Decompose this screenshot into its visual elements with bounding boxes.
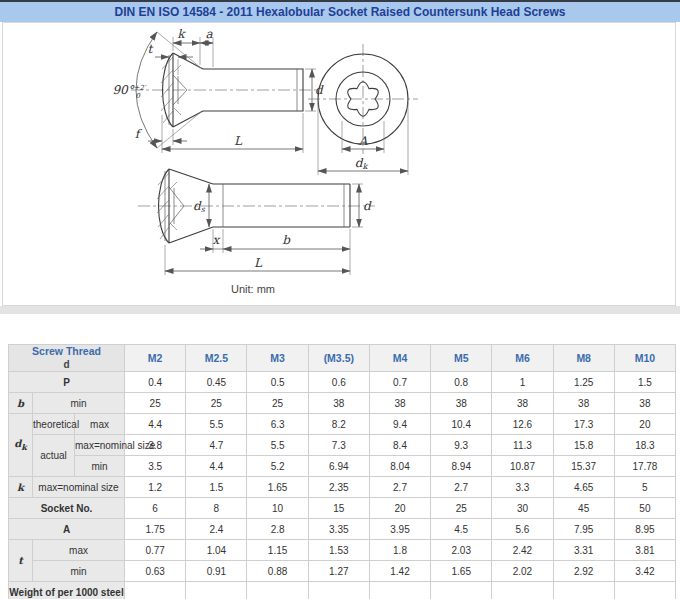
table-cell: 2.35 <box>308 477 369 498</box>
dim-label-f: f <box>135 127 143 141</box>
table-cell: 1.42 <box>369 561 430 582</box>
col-header-m3: M3 <box>247 345 308 372</box>
table-row-dk-theoretical-max: dk theoretical max 4.4 5.5 6.3 8.2 9.4 1… <box>9 414 676 435</box>
page: { "title": "DIN EN ISO 14584 - 2011 Hexa… <box>0 0 680 599</box>
dim-label-dk: dk <box>355 156 369 171</box>
table-cell: 4.7 <box>186 435 247 456</box>
dim-label-b: b <box>282 233 291 247</box>
drawing-panel: k a t 90°+2′0 f L d <box>2 22 676 306</box>
col-header-m3.5: (M3.5) <box>308 345 369 372</box>
table-cell: 38 <box>369 393 430 414</box>
row-label-dk-nominal: max=nominal size <box>75 435 125 456</box>
row-label-dk-max: max <box>75 414 125 435</box>
table-cell: 9.3 <box>431 435 492 456</box>
table-cell: 3.31 <box>553 540 614 561</box>
table-cell: 1.2 <box>125 477 186 498</box>
table-cell: 10.4 <box>431 414 492 435</box>
dim-label-k: k <box>177 27 186 41</box>
table-cell: 30 <box>492 498 553 519</box>
col-header-m2: M2 <box>125 345 186 372</box>
table-cell: 38 <box>431 393 492 414</box>
row-symbol-dk: dk <box>9 414 33 477</box>
table-cell: 50 <box>614 498 675 519</box>
table-cell: 7.95 <box>553 519 614 540</box>
table-cell: 38 <box>492 393 553 414</box>
table-cell: 3.3 <box>492 477 553 498</box>
table-cell: 7.3 <box>308 435 369 456</box>
table-cell: 6.3 <box>247 414 308 435</box>
table-header-row: Screw Thread d M2 M2.5 M3 (M3.5) M4 M5 M… <box>9 345 676 372</box>
row-label-a: A <box>9 519 125 540</box>
table-cell <box>614 582 675 599</box>
table-cell: 15.8 <box>553 435 614 456</box>
table-cell: 8.4 <box>369 435 430 456</box>
table-cell: 3.35 <box>308 519 369 540</box>
row-group-theoretical: theoretical <box>33 414 75 435</box>
table-cell: 2.92 <box>553 561 614 582</box>
table-cell: 25 <box>431 498 492 519</box>
table-cell: 0.7 <box>369 372 430 393</box>
table-row-dk-actual-max: actual max=nominal size 3.8 4.7 5.5 7.3 … <box>9 435 676 456</box>
table-cell: 38 <box>553 393 614 414</box>
table-cell: 1.15 <box>247 540 308 561</box>
table-cell <box>553 582 614 599</box>
table-cell: 6 <box>125 498 186 519</box>
table-cell: 11.3 <box>492 435 553 456</box>
table-cell <box>186 582 247 599</box>
row-label-k-nominal: max=nominal size <box>33 477 125 498</box>
table-cell: 38 <box>308 393 369 414</box>
table-cell: 2.8 <box>247 519 308 540</box>
table-cell: 20 <box>369 498 430 519</box>
table-cell: 1.25 <box>553 372 614 393</box>
page-title: DIN EN ISO 14584 - 2011 Hexalobular Sock… <box>115 5 566 19</box>
row-label-socket-no: Socket No. <box>9 498 125 519</box>
table-cell: 8.04 <box>369 456 430 477</box>
spec-table: Screw Thread d M2 M2.5 M3 (M3.5) M4 M5 M… <box>8 344 676 599</box>
panel-bottom-divider <box>0 306 680 314</box>
dim-label-L-top: L <box>234 134 243 148</box>
dim-label-L-bottom: L <box>254 256 263 270</box>
col-header-m5: M5 <box>431 345 492 372</box>
table-cell: 1.75 <box>125 519 186 540</box>
table-cell <box>247 582 308 599</box>
table-row-t-min: min 0.63 0.91 0.88 1.27 1.42 1.65 2.02 2… <box>9 561 676 582</box>
table-cell: 2.7 <box>369 477 430 498</box>
row-label-p: P <box>9 372 125 393</box>
table-cell: 38 <box>614 393 675 414</box>
table-cell: 3.42 <box>614 561 675 582</box>
table-cell: 0.6 <box>308 372 369 393</box>
table-cell: 0.91 <box>186 561 247 582</box>
table-cell: 45 <box>553 498 614 519</box>
table-cell: 20 <box>614 414 675 435</box>
table-cell: 0.45 <box>186 372 247 393</box>
table-cell: 3.5 <box>125 456 186 477</box>
col-header-m4: M4 <box>369 345 430 372</box>
table-cell: 1 <box>492 372 553 393</box>
side-view-top: k a t 90°+2′0 f L d <box>112 27 324 153</box>
table-cell: 1.65 <box>431 561 492 582</box>
table-cell: 2.4 <box>186 519 247 540</box>
col-header-m2.5: M2.5 <box>186 345 247 372</box>
front-view: A dk <box>308 44 418 175</box>
table-cell: 0.8 <box>431 372 492 393</box>
table-cell: 5.6 <box>492 519 553 540</box>
table-row-k: k max=nominal size 1.2 1.5 1.65 2.35 2.7… <box>9 477 676 498</box>
col-header-m10: M10 <box>614 345 675 372</box>
col-header-m8: M8 <box>553 345 614 372</box>
dim-label-A: A <box>358 134 368 148</box>
side-view-bottom: ds d x b L <box>138 169 375 275</box>
table-cell: 2.7 <box>431 477 492 498</box>
spec-table-wrap: Screw Thread d M2 M2.5 M3 (M3.5) M4 M5 M… <box>8 344 676 599</box>
row-symbol-k: k <box>9 477 33 498</box>
dim-label-d-bottom: d <box>363 199 372 213</box>
dim-label-a: a <box>205 27 213 41</box>
row-label-t-max: max <box>33 540 125 561</box>
table-cell <box>125 582 186 599</box>
table-cell: 1.5 <box>186 477 247 498</box>
col-header-m6: M6 <box>492 345 553 372</box>
row-symbol-t: t <box>9 540 33 582</box>
table-row-dk-actual-min: min 3.5 4.4 5.2 6.94 8.04 8.94 10.87 15.… <box>9 456 676 477</box>
table-cell: 10.87 <box>492 456 553 477</box>
table-cell: 17.3 <box>553 414 614 435</box>
corner-header: Screw Thread d <box>9 345 125 372</box>
